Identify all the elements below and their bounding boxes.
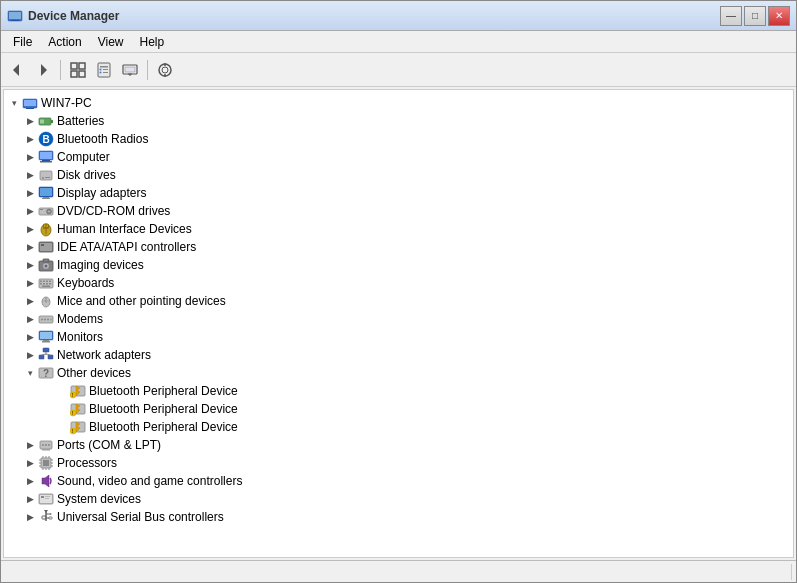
ide-icon [38, 239, 54, 255]
svg-text:!: ! [72, 392, 74, 398]
dvd-expand[interactable]: ▶ [22, 203, 38, 219]
bluetooth-expand[interactable]: ▶ [22, 131, 38, 147]
imaging-icon [38, 257, 54, 273]
disk-expand[interactable]: ▶ [22, 167, 38, 183]
svg-rect-35 [40, 171, 52, 180]
title-bar-buttons: — □ ✕ [720, 6, 790, 26]
svg-marker-122 [44, 510, 48, 513]
svg-rect-24 [24, 100, 36, 106]
tree-item-disk[interactable]: ▶ Disk drives [4, 166, 793, 184]
tree-item-bluetooth-peripheral-2[interactable]: ! Bluetooth Peripheral Device [4, 400, 793, 418]
hid-label: Human Interface Devices [57, 220, 192, 238]
tree-item-hid[interactable]: ▶ Human Interface Devices [4, 220, 793, 238]
svg-line-83 [42, 354, 47, 355]
mice-expand[interactable]: ▶ [22, 293, 38, 309]
svg-marker-3 [13, 64, 19, 76]
tree-item-monitors[interactable]: ▶ Monitors [4, 328, 793, 346]
tree-item-usb[interactable]: ▶ Universal Serial Bus controllers [4, 508, 793, 526]
menu-help[interactable]: Help [132, 33, 173, 51]
mice-icon [38, 293, 54, 309]
forward-button[interactable] [31, 58, 55, 82]
tree-item-ide[interactable]: ▶ IDE ATA/ATAPI controllers [4, 238, 793, 256]
svg-rect-62 [40, 283, 42, 285]
tree-item-dvd[interactable]: ▶ DVD/CD-ROM drives [4, 202, 793, 220]
root-expand[interactable]: ▾ [6, 95, 22, 111]
tree-view[interactable]: ▾ WIN7-PC ▶ [3, 89, 794, 558]
ide-expand[interactable]: ▶ [22, 239, 38, 255]
tree-item-sound[interactable]: ▶ Sound, video and game controllers [4, 472, 793, 490]
tree-item-keyboards[interactable]: ▶ Keyboards [4, 274, 793, 292]
svg-rect-52 [41, 244, 44, 246]
root-label: WIN7-PC [41, 94, 92, 112]
tree-item-bluetooth-peripheral-1[interactable]: ! Bluetooth Peripheral Device [4, 382, 793, 400]
scan-button[interactable] [153, 58, 177, 82]
system-label: System devices [57, 490, 141, 508]
tree-item-computer[interactable]: ▶ Computer [4, 148, 793, 166]
tree-item-mice[interactable]: ▶ Mice and other pointing devices [4, 292, 793, 310]
system-expand[interactable]: ▶ [22, 491, 38, 507]
tree-item-batteries[interactable]: ▶ Batteries [4, 112, 793, 130]
sound-expand[interactable]: ▶ [22, 473, 38, 489]
monitors-expand[interactable]: ▶ [22, 329, 38, 345]
svg-point-45 [48, 211, 50, 213]
svg-point-36 [42, 177, 44, 179]
tree-item-ports[interactable]: ▶ Ports (COM & LPT) [4, 436, 793, 454]
imaging-expand[interactable]: ▶ [22, 257, 38, 273]
other-expand[interactable]: ▾ [22, 365, 38, 381]
svg-rect-77 [43, 340, 49, 341]
tree-item-network[interactable]: ▶ Network adapters [4, 346, 793, 364]
hid-expand[interactable]: ▶ [22, 221, 38, 237]
usb-expand[interactable]: ▶ [22, 509, 38, 525]
svg-rect-28 [40, 120, 44, 124]
status-text [5, 564, 792, 580]
tree-item-other-devices[interactable]: ▾ ? Other devices [4, 364, 793, 382]
properties-button[interactable] [92, 58, 116, 82]
tree-item-bluetooth-peripheral-3[interactable]: ! Bluetooth Peripheral Device [4, 418, 793, 436]
menu-action[interactable]: Action [40, 33, 89, 51]
network-expand[interactable]: ▶ [22, 347, 38, 363]
svg-text:!: ! [72, 428, 74, 434]
tree-item-bluetooth-radios[interactable]: ▶ B Bluetooth Radios [4, 130, 793, 148]
tree-item-processors[interactable]: ▶ [4, 454, 793, 472]
svg-rect-27 [51, 120, 53, 123]
svg-rect-81 [48, 355, 53, 359]
hid-icon [38, 221, 54, 237]
close-button[interactable]: ✕ [768, 6, 790, 26]
svg-text:B: B [43, 134, 50, 145]
keyboards-expand[interactable]: ▶ [22, 275, 38, 291]
svg-rect-16 [125, 67, 135, 72]
batteries-expand[interactable]: ▶ [22, 113, 38, 129]
processors-expand[interactable]: ▶ [22, 455, 38, 471]
minimize-button[interactable]: — [720, 6, 742, 26]
maximize-button[interactable]: □ [744, 6, 766, 26]
svg-rect-118 [41, 496, 44, 498]
ports-expand[interactable]: ▶ [22, 437, 38, 453]
menu-file[interactable]: File [5, 33, 40, 51]
imaging-label: Imaging devices [57, 256, 144, 274]
tree-item-system[interactable]: ▶ System devices [4, 490, 793, 508]
sound-icon [38, 473, 54, 489]
tree-root[interactable]: ▾ WIN7-PC [4, 94, 793, 112]
display-expand[interactable]: ▶ [22, 185, 38, 201]
bluetooth-icon: B [38, 131, 54, 147]
svg-point-99 [48, 444, 50, 446]
svg-rect-56 [43, 259, 49, 262]
device-tree: ▾ WIN7-PC ▶ [4, 90, 793, 530]
tree-item-modems[interactable]: ▶ Modems [4, 310, 793, 328]
show-hidden-button[interactable] [66, 58, 90, 82]
computer-expand[interactable]: ▶ [22, 149, 38, 165]
svg-rect-80 [39, 355, 44, 359]
update-driver-button[interactable] [118, 58, 142, 82]
menu-view[interactable]: View [90, 33, 132, 51]
tree-item-display[interactable]: ▶ Display adapters [4, 184, 793, 202]
svg-rect-66 [42, 286, 50, 288]
svg-rect-12 [103, 69, 108, 70]
modems-expand[interactable]: ▶ [22, 311, 38, 327]
svg-point-11 [100, 68, 102, 70]
back-button[interactable] [5, 58, 29, 82]
keyboards-label: Keyboards [57, 274, 114, 292]
tree-item-imaging[interactable]: ▶ Imaging devices [4, 256, 793, 274]
svg-rect-34 [40, 161, 52, 163]
root-icon [22, 95, 38, 111]
svg-rect-39 [40, 188, 52, 196]
